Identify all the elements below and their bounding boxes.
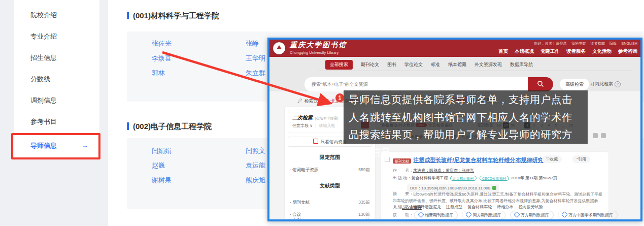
tutor-link[interactable]: 王华明 (246, 54, 265, 63)
tutor-link[interactable]: 袁运能 (246, 161, 265, 170)
utility-links: 您好，读者！请登录 我的书架 读者指南 旧版 ENGLISH (534, 41, 637, 46)
collect-button[interactable]: ♡收藏 (542, 155, 562, 163)
result-title-link[interactable]: 注塑成型长玻纤/尼龙复合材料车轮纤维分布规律研究 (413, 157, 543, 163)
filter-item-patent[interactable]: · 专利61篇 (290, 218, 370, 219)
field-divider: ｜ (314, 123, 318, 128)
keywords-row: 关 键 词： 长玻纤增强尼龙 注塑成型 复合材料车轮 纤维分布 径向疲劳试验 (393, 204, 547, 210)
filter-item-conference[interactable]: · 会议130篇 (290, 212, 370, 218)
heart-icon: ♡ (546, 157, 550, 162)
nav-party[interactable]: 党建工作 (540, 48, 560, 55)
nav-service[interactable]: 读者服务 (566, 48, 586, 55)
nav-home[interactable]: 首页 (498, 48, 508, 55)
section-bar-icon (127, 12, 129, 19)
refine-input-placeholder[interactable]: 请输入检 (319, 123, 335, 128)
guide-link[interactable]: 读者指南 (590, 41, 605, 46)
sidebar-item-majors[interactable]: 专业介绍 (14, 31, 99, 42)
tab-thesis[interactable]: 学位论文 (404, 61, 423, 68)
tutor-link[interactable]: 郭林 (152, 69, 165, 78)
tutor-link[interactable]: 朱立群 (246, 69, 265, 78)
chevron-down-icon: ∨ (310, 123, 313, 128)
search-icon (537, 80, 544, 87)
help-icon[interactable]: ? (615, 81, 621, 87)
tabs-divider (318, 71, 633, 71)
checkbox-icon[interactable] (313, 139, 318, 144)
annotation-step-badge: 1 (335, 93, 344, 102)
tab-all[interactable]: 全部搜索 (325, 60, 353, 70)
sidebar-item-books[interactable]: 参考书目 (14, 117, 99, 127)
annotation-callout: 导师信息页提供各院系导师名单，支持用户点击人名跳转至机构图书馆官网下相应人名的学… (344, 90, 588, 144)
tutor-link[interactable]: 赵巍 (152, 161, 165, 170)
core-journal-badge: 北大核心期刊 (450, 176, 477, 181)
tutor-link[interactable]: 闫娟娟 (152, 146, 172, 155)
fulltext-icon[interactable] (492, 186, 496, 190)
tab-journal[interactable]: 期刊论文 (361, 61, 379, 68)
advanced-search-button[interactable]: 高级检索 (560, 79, 589, 90)
search-button[interactable] (528, 77, 553, 91)
source-wanfang-academic[interactable]: 万方中国学术期刊数据库 (558, 211, 618, 219)
search-band: 全部搜索 期刊论文 图书 学位论文 标准 纸本馆藏 外文资源发现 数据库导航 高… (269, 57, 640, 91)
keyword-link[interactable]: 径向疲劳试验 (519, 205, 543, 209)
author-links[interactable]: 朱迪睿；顾轶卓；孟庆杰；张佐光 (413, 168, 474, 173)
keyword-link[interactable]: 长玻纤增强尼龙 (413, 205, 441, 209)
sidebar-item-admissions[interactable]: 招生信息 (14, 53, 99, 63)
refine-search-note: [在结果中搜索] (315, 116, 338, 120)
tab-foreign[interactable]: 外文资源发现 (474, 61, 502, 68)
section-title-ee: (002)电子信息工程学院 (127, 122, 212, 132)
library-header: 重庆大学图书馆 Chongqing University Library 您好，… (269, 40, 640, 57)
filter-item-escoped[interactable]: · 馆藏电子资源559篇 (290, 167, 370, 173)
login-link[interactable]: 您好，读者！请登录 (534, 41, 567, 46)
tutor-link[interactable]: 李焕喜 (152, 54, 172, 63)
nav-culture[interactable]: 文化活动 (592, 48, 612, 55)
filter-item-journal[interactable]: · 期刊文献335篇 (290, 200, 370, 206)
tutor-link[interactable]: 张佐光 (152, 39, 172, 48)
tutor-link[interactable]: 熊庆旭 (246, 176, 265, 185)
tab-standard[interactable]: 标准 (431, 61, 440, 68)
result-card: 期刊文献 注塑成型长玻纤/尼龙复合材料车轮纤维分布规律研究 ♡收藏 “引用 作 … (380, 151, 609, 219)
edit-pencil-icon (297, 98, 303, 104)
keyword-link[interactable]: 纤维分布 (497, 205, 513, 209)
link-icon (418, 211, 424, 218)
publication-issue: 2018年 第11期 第50-57页 (511, 176, 557, 180)
library-logo-seal-icon (273, 42, 286, 55)
nav-ref[interactable]: 参考咨询 (618, 48, 637, 55)
nav-about[interactable]: 本馆概况 (515, 48, 534, 55)
tab-books[interactable]: 图书 (387, 61, 396, 68)
authors-row: 作 者：朱迪睿；顾轶卓；孟庆杰；张佐光 (393, 168, 474, 173)
field-select[interactable]: 任意字段 (292, 123, 309, 128)
tab-paper-collection[interactable]: 纸本馆藏 (448, 61, 466, 68)
keyword-link[interactable]: 复合材料车轮 (467, 205, 492, 209)
publication-row: 出 版 物：复合材料科学与工程 北大核心期刊 CSCD收录期刊 2018年 第1… (393, 175, 557, 181)
sidebar-item-intro[interactable]: 院校介绍 (14, 10, 99, 20)
link-icon (466, 211, 472, 218)
source-tongfang[interactable]: 同方期刊数据库 (462, 211, 505, 219)
link-icon (561, 211, 568, 218)
search-bar (304, 77, 553, 91)
subscribe-search-link[interactable]: 订阅此检索? (590, 81, 621, 87)
section-bar-icon (127, 122, 129, 130)
cite-button[interactable]: “引用 (572, 155, 590, 163)
shelf-link[interactable]: 我的书架 (571, 41, 586, 46)
library-screenshot-overlay: 重庆大学图书馆 Chongqing University Library 您好，… (267, 38, 642, 221)
page: 院校介绍 专业介绍 招生信息 分数线 调剂信息 参考书目 导师信息 → (001… (0, 0, 644, 226)
doi-value[interactable]: DOI：10.3969/j.issn.1003-0999.2018.11.008 (410, 186, 490, 190)
source-weipu[interactable]: 维普期刊数据库 (414, 211, 458, 219)
source-wanfang[interactable]: 万方期刊数据库 (510, 211, 554, 219)
tab-database-nav[interactable]: 数据库导航 (510, 61, 533, 68)
list-view-icon[interactable] (601, 133, 606, 138)
library-name-en: Chongqing University Library (290, 50, 338, 55)
search-input[interactable] (304, 77, 530, 91)
link-icon (514, 211, 520, 218)
doc-type-title: 文献类型 (285, 182, 375, 189)
grid-view-icon[interactable] (593, 133, 598, 138)
cscd-badge: CSCD收录期刊 (480, 176, 509, 181)
sidebar-item-transfer[interactable]: 调剂信息 (14, 95, 99, 106)
publication-name[interactable]: 复合材料科学与工程 (411, 176, 448, 180)
tutor-link[interactable]: 闫照文 (246, 146, 265, 155)
tutor-link[interactable]: 谢树果 (152, 176, 172, 185)
english-link[interactable]: ENGLISH (621, 41, 637, 46)
tutor-link[interactable]: 张峥 (246, 39, 259, 48)
keyword-link[interactable]: 注塑成型 (446, 205, 462, 209)
library-nav: 首页 本馆概况 党建工作 读者服务 文化活动 参考咨询 (498, 48, 637, 55)
sidebar-item-scores[interactable]: 分数线 (14, 74, 99, 84)
oldver-link[interactable]: 旧版 (609, 41, 617, 46)
